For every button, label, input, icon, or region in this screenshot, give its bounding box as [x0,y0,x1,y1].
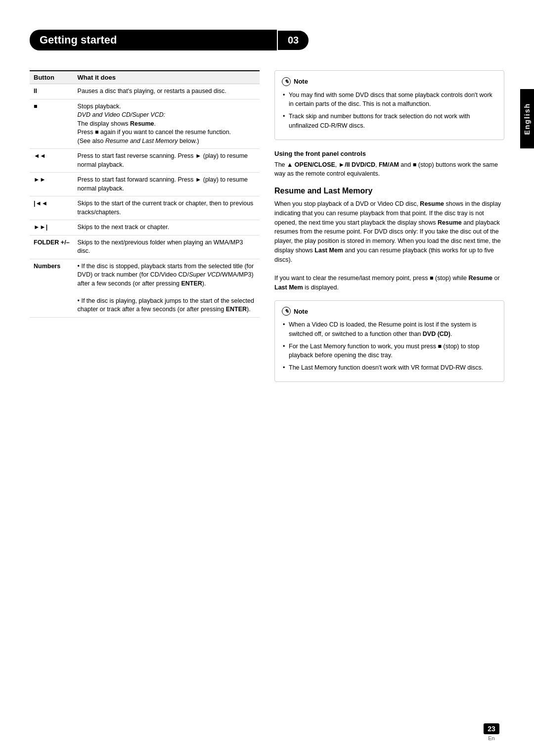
table-row: ■ Stops playback. DVD and Video CD/Super… [30,99,260,149]
right-column: ✎ Note You may find with some DVD discs … [274,70,504,392]
button-description: Skips to the next track or chapter. [74,220,260,236]
button-symbol: ►► [30,173,74,196]
table-row: ►► Press to start fast forward scanning.… [30,173,260,196]
note-box-1: ✎ Note You may find with some DVD discs … [274,70,504,140]
button-symbol: ■ [30,99,74,149]
front-panel-title: Using the front panel controls [274,150,504,157]
button-description: Skips to the start of the current track … [74,196,260,220]
table-col1-header: Button [30,71,74,84]
page-number: 23 [484,723,499,734]
header-title: Getting started [30,30,277,50]
note-box-2: ✎ Note When a Video CD is loaded, the Re… [274,300,504,382]
button-description: • If the disc is stopped, playback start… [74,259,260,317]
table-row: II Pauses a disc that's playing, or rest… [30,84,260,99]
button-symbol: |◄◄ [30,196,74,220]
resume-body: When you stop playback of a DVD or Video… [274,199,504,292]
button-description: Pauses a disc that's playing, or restart… [74,84,260,99]
table-body: II Pauses a disc that's playing, or rest… [30,84,260,318]
table-row: |◄◄ Skips to the start of the current tr… [30,196,260,220]
button-description: Press to start fast reverse scanning. Pr… [74,149,260,173]
note-icon-2: ✎ [282,307,291,316]
note2-item: The Last Memory function doesn't work wi… [282,363,497,373]
page-header: Getting started 03 [30,30,504,50]
english-sidebar: English [520,89,534,148]
button-symbol: II [30,84,74,99]
note2-item: For the Last Memory function to work, yo… [282,342,497,361]
table-row: ►►| Skips to the next track or chapter. [30,220,260,236]
button-table: Button What it does II Pauses a disc tha… [30,70,260,318]
button-description: Press to start fast forward scanning. Pr… [74,173,260,196]
note2-item: When a Video CD is loaded, the Resume po… [282,320,497,339]
header-number: 03 [278,31,309,50]
page-container: English Getting started 03 Button What i… [0,0,534,756]
front-panel-body: The ▲ OPEN/CLOSE, ►/II DVD/CD, FM/AM and… [274,160,504,179]
english-label: English [523,103,531,135]
button-symbol: FOLDER +/– [30,235,74,259]
table-row: ◄◄ Press to start fast reverse scanning.… [30,149,260,173]
note1-item: You may find with some DVD discs that so… [282,91,497,109]
note-icon-1: ✎ [282,77,291,86]
button-description: Stops playback. DVD and Video CD/Super V… [74,99,260,149]
button-symbol: Numbers [30,259,74,317]
note1-list: You may find with some DVD discs that so… [282,91,497,131]
note1-title: ✎ Note [282,77,497,87]
two-col-layout: Button What it does II Pauses a disc tha… [30,70,504,392]
button-description: Skips to the next/previous folder when p… [74,235,260,259]
table-row: FOLDER +/– Skips to the next/previous fo… [30,235,260,259]
left-column: Button What it does II Pauses a disc tha… [30,70,260,392]
note2-list: When a Video CD is loaded, the Resume po… [282,320,497,373]
resume-title: Resume and Last Memory [274,187,504,195]
table-col2-header: What it does [74,71,260,84]
page-lang: En [488,735,494,741]
page-footer: 23 En [484,723,499,741]
note2-title: ✎ Note [282,307,497,317]
front-panel-section: Using the front panel controls The ▲ OPE… [274,150,504,179]
table-row: Numbers • If the disc is stopped, playba… [30,259,260,317]
resume-section: Resume and Last Memory When you stop pla… [274,187,504,292]
note1-item: Track skip and number buttons for track … [282,112,497,131]
button-symbol: ◄◄ [30,149,74,173]
button-symbol: ►►| [30,220,74,236]
